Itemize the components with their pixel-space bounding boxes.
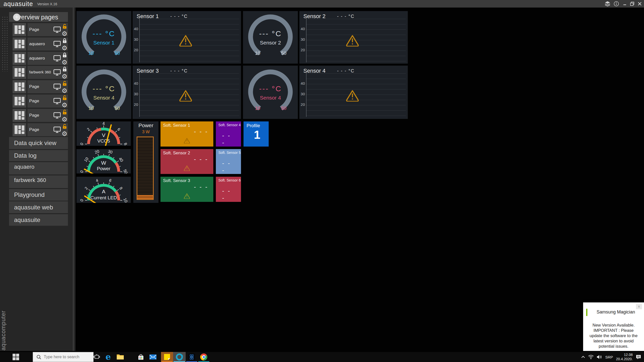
gauge-widget-sensor2[interactable]: --- °C Sensor 2 10 50	[243, 11, 298, 64]
gear-icon[interactable]: ⚙	[62, 116, 67, 123]
tile-soft-sensor-5[interactable]: Soft. Sensor 5 - - -	[216, 149, 241, 174]
page-thumbnail-icon[interactable]	[13, 123, 26, 136]
overview-page-row[interactable]: Page ⚙	[9, 95, 68, 108]
sidebar-item-aquasuite-web[interactable]: aquasuite web	[9, 201, 68, 213]
page-thumbnail-icon[interactable]	[13, 52, 26, 65]
gear-icon[interactable]: ⚙	[62, 130, 67, 137]
overview-page-row[interactable]: Page ⚙	[9, 109, 68, 122]
layers-icon[interactable]	[604, 1, 611, 7]
gauge-widget-sensor4-khaki[interactable]: --- °C Sensor 4 10 50	[76, 66, 131, 119]
lock-icon[interactable]	[62, 52, 67, 59]
edge-icon[interactable]: e	[102, 352, 114, 362]
page-thumbnail-icon[interactable]	[13, 23, 26, 36]
analog-gauge-vcc5[interactable]: 0 2 4 6 8 V VCC5	[76, 121, 131, 146]
monitor-icon[interactable]	[53, 112, 61, 120]
add-page-button[interactable]: +	[13, 14, 20, 21]
tile-soft-sensor-2[interactable]: Soft. Sensor 2 - - -	[160, 149, 213, 174]
gear-icon[interactable]: ⚙	[62, 45, 67, 51]
sidebar-item-data-quick-view[interactable]: Data quick view	[9, 137, 68, 149]
lock-icon[interactable]	[62, 38, 67, 44]
monitor-icon[interactable]	[53, 41, 61, 48]
store-icon[interactable]	[135, 352, 147, 362]
overview-page-row[interactable]: Page ⚙	[9, 23, 68, 36]
lock-icon[interactable]	[62, 66, 67, 73]
aquasuite-taskbar-icon[interactable]	[173, 352, 186, 362]
page-thumbnail-icon[interactable]	[13, 109, 26, 122]
gear-icon[interactable]: ⚙	[62, 102, 67, 108]
gauge-widget-sensor4-pink[interactable]: --- °C Sensor 4 10 50	[243, 66, 298, 119]
page-thumbnail-icon[interactable]	[13, 66, 26, 79]
sidebar-item-farbwerk-360[interactable]: farbwerk 360	[9, 175, 68, 188]
tray-chevron-icon[interactable]	[581, 355, 585, 359]
restore-button[interactable]	[628, 1, 636, 7]
monitor-icon[interactable]	[53, 83, 61, 91]
chart-widget-sensor1[interactable]: Sensor 1 - - - °C 40 30 20	[133, 11, 241, 64]
tick-label: 4	[95, 178, 99, 183]
monitor-icon[interactable]	[53, 55, 61, 63]
overview-page-row[interactable]: aquaero ⚙	[9, 52, 68, 65]
page-thumbnail-icon[interactable]	[13, 80, 26, 93]
taskbar-search[interactable]	[33, 352, 94, 362]
clock[interactable]: 12.08 20.4.2020.	[616, 353, 633, 361]
unlock-icon[interactable]	[62, 109, 67, 116]
task-view-button[interactable]	[91, 352, 102, 362]
tile-title: Soft. Sensor 6	[218, 178, 241, 182]
chart-widget-sensor3[interactable]: Sensor 3 - - - °C 40 30 20	[133, 66, 241, 119]
gear-icon[interactable]: ⚙	[62, 30, 67, 37]
gauge-widget-sensor1[interactable]: --- °C Sensor 1 10 50	[76, 11, 131, 64]
overview-page-row[interactable]: Page ⚙	[9, 80, 68, 93]
analog-gauge-power[interactable]: 0 10 20 30 40 50 W Power	[76, 149, 131, 173]
chart-widget-sensor2[interactable]: Sensor 2 - - - °C 40 30 20	[299, 11, 408, 64]
unlock-icon[interactable]	[62, 124, 67, 130]
tile-soft-sensor-3[interactable]: Soft. Sensor 3 - - -	[160, 177, 213, 202]
sidebar-item-aquasuite[interactable]: aquasuite	[9, 214, 68, 226]
mail-icon[interactable]	[147, 352, 159, 362]
sidebar-item-playground[interactable]: Playground	[9, 189, 68, 201]
overview-page-row[interactable]: aquaero ⚙	[9, 37, 68, 51]
tile-profile[interactable]: Profile 1	[244, 121, 269, 147]
language-indicator[interactable]: SRP	[605, 355, 613, 359]
unlock-icon[interactable]	[62, 95, 67, 102]
gear-icon[interactable]: ⚙	[62, 87, 67, 94]
sidebar-item-data-log[interactable]: Data log	[9, 150, 68, 161]
power-bar-widget[interactable]: Power 3 W	[133, 121, 158, 203]
gauge-unit: V	[102, 132, 105, 138]
tile-soft-sensor-4[interactable]: Soft. Sensor 4 - - -	[216, 121, 241, 147]
overview-page-row[interactable]: Page ⚙	[9, 123, 68, 136]
chart-widget-sensor4[interactable]: Sensor 4 - - - °C 40 30 20	[299, 66, 408, 119]
wifi-icon[interactable]	[588, 354, 594, 359]
overview-page-row[interactable]: farbwerk 360 ⚙	[9, 66, 68, 79]
tile-title: Soft. Sensor 2	[163, 151, 190, 156]
search-input[interactable]	[43, 354, 90, 359]
sidebar-scrollbar[interactable]	[73, 8, 74, 351]
warning-icon	[346, 89, 359, 103]
chrome-icon[interactable]	[198, 352, 210, 362]
notification-popup[interactable]: x Samsung Magician New Version Available…	[583, 302, 644, 351]
gear-icon[interactable]: ⚙	[62, 59, 67, 66]
page-thumbnail-icon[interactable]	[13, 95, 26, 108]
action-center-icon[interactable]	[635, 354, 641, 360]
monitor-icon[interactable]	[53, 126, 61, 134]
monitor-icon[interactable]	[53, 69, 61, 77]
monitor-icon[interactable]	[53, 26, 61, 34]
unlock-icon[interactable]	[62, 81, 67, 87]
gear-icon[interactable]: ⚙	[62, 73, 67, 80]
y-tick: 40	[133, 81, 138, 85]
tile-soft-sensor-6[interactable]: Soft. Sensor 6 - - -	[216, 177, 241, 202]
analog-gauge-current-led[interactable]: 0 2 4 6 8 10 A Current LED	[76, 177, 131, 203]
file-explorer-icon[interactable]	[114, 352, 126, 362]
notification-close-button[interactable]: x	[636, 304, 642, 309]
tile-title: Profile	[247, 123, 260, 128]
start-button[interactable]	[0, 352, 31, 362]
minimize-button[interactable]	[621, 1, 629, 7]
sidebar-item-aquaero[interactable]: aquaero	[9, 162, 68, 174]
close-button[interactable]	[636, 1, 643, 7]
samsung-magician-icon[interactable]	[186, 352, 198, 362]
volume-icon[interactable]	[596, 354, 602, 359]
unlock-icon[interactable]	[62, 24, 67, 30]
sticky-notes-icon[interactable]	[161, 352, 173, 362]
page-thumbnail-icon[interactable]	[13, 37, 26, 51]
monitor-icon[interactable]	[53, 98, 61, 105]
info-icon[interactable]	[613, 1, 620, 7]
tile-soft-sensor-1[interactable]: Soft. Sensor 1 - - -	[160, 121, 213, 147]
